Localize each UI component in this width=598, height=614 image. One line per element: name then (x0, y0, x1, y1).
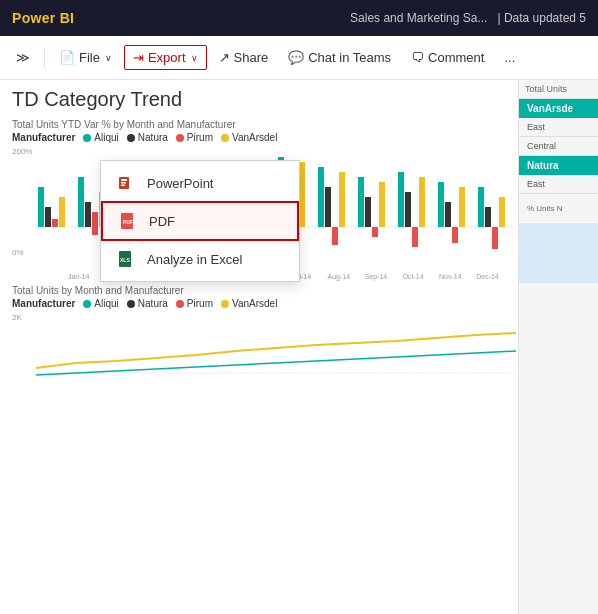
file-icon: 📄 (59, 50, 75, 65)
central-item: Central (519, 137, 598, 156)
natura-dot-2 (127, 300, 135, 308)
x-dec: Dec-14 (469, 273, 506, 280)
file-button[interactable]: 📄 File ∨ (51, 46, 120, 69)
svg-rect-63 (452, 227, 458, 243)
svg-rect-49 (438, 182, 444, 227)
svg-rect-2 (121, 182, 126, 184)
east-label-1: East (527, 122, 590, 132)
total-units-header: Total Units (519, 80, 598, 99)
svg-rect-14 (85, 202, 91, 227)
chart-2-label: Total Units by Month and Manufacturer (12, 285, 506, 296)
svg-rect-54 (485, 207, 491, 227)
x-nov: Nov-14 (432, 273, 469, 280)
pirum-label: Pirum (187, 132, 213, 143)
toolbar-divider-1 (44, 48, 45, 68)
line-chart-container: 2K (12, 313, 506, 393)
pct-units-label: % Units N (519, 198, 598, 219)
svg-rect-13 (78, 177, 84, 227)
svg-rect-40 (339, 172, 345, 227)
svg-rect-9 (38, 187, 44, 227)
aliqui-label: Aliqui (94, 132, 118, 143)
chart-main-title: TD Category Trend (12, 88, 506, 111)
file-chevron-icon: ∨ (105, 53, 112, 63)
pirum-label-2: Pirum (187, 298, 213, 309)
vanarsdel-label-2: VanArsdel (232, 298, 277, 309)
natura-item-label: Natura (527, 160, 590, 171)
legend2-aliqui: Aliqui (83, 298, 118, 309)
svg-rect-41 (358, 177, 364, 227)
x-sep: Sep-14 (357, 273, 394, 280)
right-panel: Total Units VanArsde East Central Natura… (518, 80, 598, 614)
vanarsdel-dot-2 (221, 300, 229, 308)
comment-icon: 🗨 (411, 50, 424, 65)
svg-rect-45 (398, 172, 404, 227)
x-oct: Oct-14 (395, 273, 432, 280)
legend-pirum: Pirum (176, 132, 213, 143)
svg-rect-37 (318, 167, 324, 227)
main-content: PowerPoint PDF PDF XLS Analyze in Excel (0, 80, 598, 614)
svg-rect-38 (325, 187, 331, 227)
chat-teams-button[interactable]: 💬 Chat in Teams (280, 46, 399, 69)
line-chart-svg (36, 313, 516, 383)
chart-2-legend: Manufacturer Aliqui Natura Pirum (12, 298, 506, 309)
east-item-2: East (519, 175, 598, 194)
y-axis-1: 200% 0% (12, 147, 32, 257)
y-0: 0% (12, 248, 32, 257)
legend-vanarsdel: VanArsdel (221, 132, 277, 143)
legend2-pirum: Pirum (176, 298, 213, 309)
more-button[interactable]: ... (496, 46, 523, 69)
powerpoint-label: PowerPoint (147, 176, 213, 191)
legend2-natura: Natura (127, 298, 168, 309)
y-200: 200% (12, 147, 32, 156)
legend2-vanarsdel: VanArsdel (221, 298, 277, 309)
natura-label-2: Natura (138, 298, 168, 309)
export-dropdown: PowerPoint PDF PDF XLS Analyze in Excel (100, 160, 300, 282)
export-powerpoint-item[interactable]: PowerPoint (101, 165, 299, 201)
excel-label: Analyze in Excel (147, 252, 242, 267)
svg-rect-42 (365, 197, 371, 227)
pirum-dot-2 (176, 300, 184, 308)
svg-rect-46 (405, 192, 411, 227)
legend-manufacturer-label: Manufacturer (12, 132, 75, 143)
pct-chart-placeholder (519, 223, 598, 283)
report-title: Sales and Marketing Sa... | Data updated… (350, 11, 586, 25)
svg-rect-43 (372, 227, 378, 237)
svg-rect-10 (45, 207, 51, 227)
svg-rect-15 (92, 212, 98, 227)
svg-rect-52 (459, 187, 465, 227)
east-label-2: East (527, 179, 590, 189)
power-bi-logo: Power BI (12, 10, 74, 26)
export-excel-item[interactable]: XLS Analyze in Excel (101, 241, 299, 277)
aliqui-dot-2 (83, 300, 91, 308)
share-button[interactable]: ↗ Share (211, 46, 277, 69)
collapse-btn[interactable]: ≫ (8, 46, 38, 69)
export-pdf-item[interactable]: PDF PDF (101, 201, 299, 241)
teams-icon: 💬 (288, 50, 304, 65)
svg-rect-56 (499, 197, 505, 227)
aliqui-label-2: Aliqui (94, 298, 118, 309)
natura-item: Natura (519, 156, 598, 175)
pdf-label: PDF (149, 214, 175, 229)
svg-text:XLS: XLS (120, 257, 130, 263)
chevron-double-icon: ≫ (16, 50, 30, 65)
share-icon: ↗ (219, 50, 230, 65)
comment-button[interactable]: 🗨 Comment (403, 46, 492, 69)
x-aug: Aug-14 (320, 273, 357, 280)
svg-rect-44 (379, 182, 385, 227)
vanarsdel-label: VanArsdel (232, 132, 277, 143)
vanarsdel-dot (221, 134, 229, 142)
legend-natura: Natura (127, 132, 168, 143)
powerpoint-icon (117, 173, 137, 193)
aliqui-dot (83, 134, 91, 142)
svg-rect-62 (412, 227, 418, 247)
svg-rect-53 (478, 187, 484, 227)
export-button[interactable]: ⇥ Export ∨ (124, 45, 207, 70)
chart-1-label: Total Units YTD Var % by Month and Manuf… (12, 119, 506, 130)
svg-rect-57 (92, 227, 98, 235)
svg-rect-39 (332, 227, 338, 245)
pdf-icon: PDF (119, 211, 139, 231)
east-item-1: East (519, 118, 598, 137)
natura-dot (127, 134, 135, 142)
pirum-dot (176, 134, 184, 142)
svg-rect-1 (121, 179, 127, 181)
